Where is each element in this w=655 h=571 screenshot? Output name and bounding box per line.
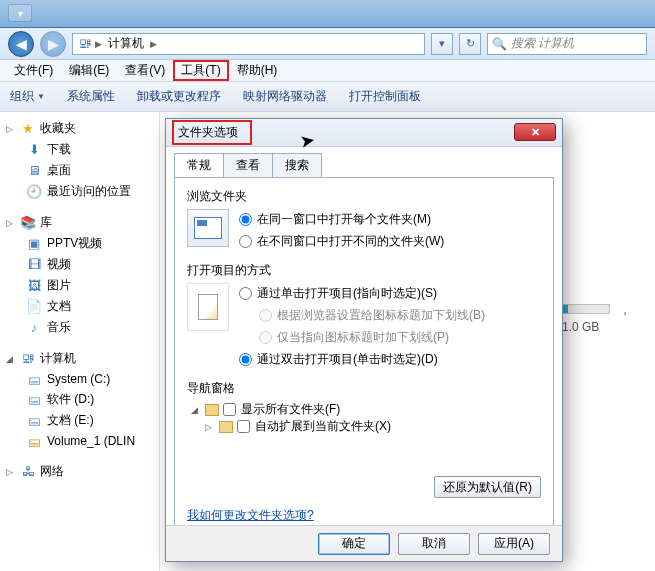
address-dropdown-button[interactable]: ▾ <box>431 33 453 55</box>
sidebar-group-network[interactable]: ▷🖧网络 <box>4 461 155 482</box>
restore-defaults-button[interactable]: 还原为默认值(R) <box>434 476 541 498</box>
menu-file[interactable]: 文件(F) <box>6 60 61 81</box>
check-show-all-folders[interactable]: 显示所有文件夹(F) <box>223 401 340 418</box>
radio-same-window[interactable]: 在同一窗口中打开每个文件夹(M) <box>239 211 444 228</box>
recent-icon: 🕘 <box>26 184 42 200</box>
nav-forward-button[interactable]: ▶ <box>40 31 66 57</box>
computer-icon: 🖳 <box>20 351 36 367</box>
sidebar-item-desktop[interactable]: 🖥桌面 <box>4 160 155 181</box>
address-segment-computer[interactable]: 计算机 <box>104 35 148 52</box>
drive-icon: 🖴 <box>26 413 42 429</box>
tab-search[interactable]: 搜索 <box>272 153 322 177</box>
chevron-right-icon[interactable]: ▶ <box>148 39 159 49</box>
check-auto-expand[interactable]: 自动扩展到当前文件夹(X) <box>237 418 391 435</box>
chevron-right-icon: ▶ <box>93 39 104 49</box>
refresh-button[interactable]: ↻ <box>459 33 481 55</box>
command-toolbar: 组织▼ 系统属性 卸载或更改程序 映射网络驱动器 打开控制面板 <box>0 82 655 112</box>
dialog-titlebar[interactable]: 文件夹选项 ✕ <box>166 119 562 147</box>
toolbar-control-panel[interactable]: 打开控制面板 <box>349 88 421 105</box>
sidebar-group-favorites[interactable]: ▷★收藏夹 <box>4 118 155 139</box>
documents-icon: 📄 <box>26 299 42 315</box>
radio-underline-hover: 仅当指向图标标题时加下划线(P) <box>259 329 485 346</box>
folder-icon <box>219 421 233 433</box>
chevron-down-icon: ▼ <box>37 92 45 101</box>
help-link[interactable]: 我如何更改文件夹选项? <box>187 507 314 524</box>
tab-general[interactable]: 常规 <box>174 153 224 177</box>
sidebar-item-drive-d[interactable]: 🖴软件 (D:) <box>4 389 155 410</box>
sidebar-item-documents[interactable]: 📄文档 <box>4 296 155 317</box>
navigation-sidebar: ▷★收藏夹 ⬇下载 🖥桌面 🕘最近访问的位置 ▷📚库 ▣PPTV视频 🎞视频 🖼… <box>0 112 160 571</box>
sidebar-item-pptv[interactable]: ▣PPTV视频 <box>4 233 155 254</box>
folder-icon <box>205 404 219 416</box>
sidebar-item-video[interactable]: 🎞视频 <box>4 254 155 275</box>
toolbar-organize[interactable]: 组织▼ <box>10 88 45 105</box>
ok-button[interactable]: 确定 <box>318 533 390 555</box>
removable-drive-icon: 🖴 <box>26 433 42 449</box>
menu-bar: 文件(F) 编辑(E) 查看(V) 工具(T) 帮助(H) <box>0 60 655 82</box>
toolbar-map-drive[interactable]: 映射网络驱动器 <box>243 88 327 105</box>
video-icon: 🎞 <box>26 257 42 273</box>
pptv-icon: ▣ <box>26 236 42 252</box>
browse-thumb-icon <box>187 209 229 247</box>
window-system-icon[interactable]: ▾ <box>8 4 32 22</box>
close-button[interactable]: ✕ <box>514 123 556 141</box>
nav-back-button[interactable]: ◀ <box>8 31 34 57</box>
sidebar-group-computer[interactable]: ◢🖳计算机 <box>4 348 155 369</box>
tab-view[interactable]: 查看 <box>223 153 273 177</box>
star-icon: ★ <box>20 121 36 137</box>
toolbar-uninstall[interactable]: 卸载或更改程序 <box>137 88 221 105</box>
sidebar-group-libraries[interactable]: ▷📚库 <box>4 212 155 233</box>
menu-help[interactable]: 帮助(H) <box>229 60 286 81</box>
sidebar-item-recent[interactable]: 🕘最近访问的位置 <box>4 181 155 202</box>
radio-underline-browser: 根据浏览器设置给图标标题加下划线(B) <box>259 307 485 324</box>
address-bar[interactable]: 🖳 ▶ 计算机 ▶ <box>72 33 425 55</box>
desktop-icon: 🖥 <box>26 163 42 179</box>
dialog-tabs: 常规 查看 搜索 <box>174 153 562 177</box>
sidebar-item-downloads[interactable]: ⬇下载 <box>4 139 155 160</box>
open-thumb-icon <box>187 283 229 331</box>
section-nav-label: 导航窗格 <box>187 380 541 397</box>
sidebar-item-music[interactable]: ♪音乐 <box>4 317 155 338</box>
section-browse-label: 浏览文件夹 <box>187 188 541 205</box>
tab-panel-general: 浏览文件夹 在同一窗口中打开每个文件夹(M) 在不同窗口中打开不同的文件夹(W)… <box>174 177 554 539</box>
apply-button[interactable]: 应用(A) <box>478 533 550 555</box>
toolbar-system-properties[interactable]: 系统属性 <box>67 88 115 105</box>
radio-diff-window[interactable]: 在不同窗口中打开不同的文件夹(W) <box>239 233 444 250</box>
music-icon: ♪ <box>26 320 42 336</box>
dialog-title: 文件夹选项 <box>172 120 252 145</box>
folder-options-dialog: 文件夹选项 ✕ 常规 查看 搜索 浏览文件夹 在同一窗口中打开每个文件夹(M) … <box>165 118 563 562</box>
sidebar-item-drive-e[interactable]: 🖴文档 (E:) <box>4 410 155 431</box>
computer-icon: 🖳 <box>77 36 93 52</box>
download-icon: ⬇ <box>26 142 42 158</box>
menu-tools[interactable]: 工具(T) <box>173 60 228 81</box>
sidebar-item-pictures[interactable]: 🖼图片 <box>4 275 155 296</box>
network-icon: 🖧 <box>20 464 36 480</box>
library-icon: 📚 <box>20 215 36 231</box>
window-titlebar: ▾ <box>0 0 655 28</box>
sidebar-item-drive-c[interactable]: 🖴System (C:) <box>4 369 155 389</box>
search-input[interactable]: 🔍 搜索 计算机 <box>487 33 647 55</box>
sidebar-item-drive-volume1[interactable]: 🖴Volume_1 (DLIN <box>4 431 155 451</box>
section-open-label: 打开项目的方式 <box>187 262 541 279</box>
drive-icon: 🖴 <box>26 392 42 408</box>
pictures-icon: 🖼 <box>26 278 42 294</box>
search-placeholder: 搜索 计算机 <box>511 35 574 52</box>
cancel-button[interactable]: 取消 <box>398 533 470 555</box>
radio-double-click[interactable]: 通过双击打开项目(单击时选定)(D) <box>239 351 485 368</box>
dialog-button-row: 确定 取消 应用(A) <box>166 525 562 561</box>
menu-view[interactable]: 查看(V) <box>117 60 173 81</box>
search-icon: 🔍 <box>492 37 507 51</box>
address-row: ◀ ▶ 🖳 ▶ 计算机 ▶ ▾ ↻ 🔍 搜索 计算机 <box>0 28 655 60</box>
menu-edit[interactable]: 编辑(E) <box>61 60 117 81</box>
drive-icon: 🖴 <box>26 371 42 387</box>
radio-single-click[interactable]: 通过单击打开项目(指向时选定)(S) <box>239 285 485 302</box>
